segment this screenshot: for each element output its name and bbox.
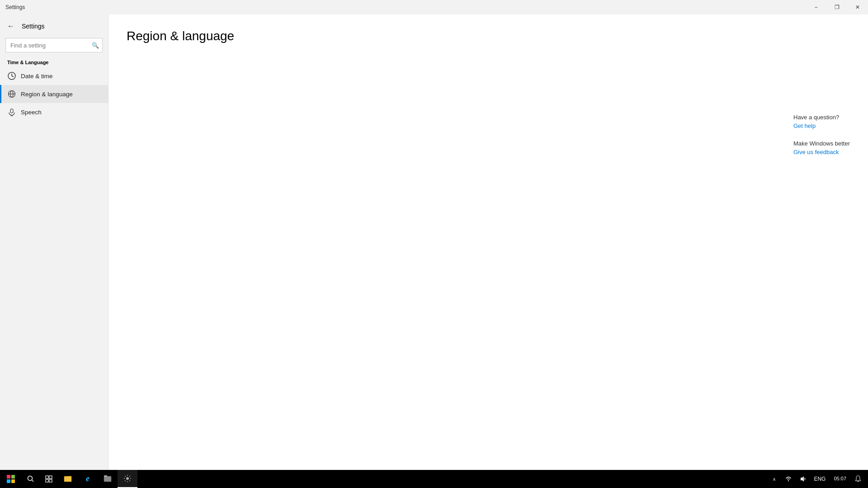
svg-rect-18 [49, 479, 52, 482]
page-title: Region & language [127, 29, 850, 43]
taskbar-app-settings[interactable] [118, 470, 137, 488]
svg-rect-10 [11, 475, 15, 479]
taskbar-app-files[interactable] [98, 470, 118, 488]
taskbar-apps: e [58, 470, 768, 488]
start-button[interactable] [0, 470, 22, 488]
svg-line-2 [12, 76, 14, 77]
make-windows-better-label: Make Windows better [793, 140, 850, 147]
taskbar-chevron-icon[interactable]: ∧ [768, 470, 780, 488]
taskbar-time: 05:07 [834, 475, 846, 482]
help-panel: Have a question? Get help Make Windows b… [793, 114, 850, 166]
svg-rect-9 [7, 475, 10, 479]
window-title: Settings [5, 4, 25, 10]
sidebar: ← Settings 🔍 Time & Language Date & time [0, 14, 108, 488]
sidebar-item-region-language[interactable]: Region & language [0, 85, 108, 103]
sidebar-item-date-time[interactable]: Date & time [0, 67, 108, 85]
svg-rect-11 [7, 479, 10, 483]
svg-point-13 [28, 476, 33, 481]
search-input[interactable] [5, 38, 103, 52]
back-button[interactable]: ← [4, 19, 18, 33]
sidebar-section-label: Time & Language [0, 56, 108, 67]
taskbar-language[interactable]: ENG [811, 476, 828, 482]
taskbar-tray: ∧ ENG 05:07 [768, 470, 868, 488]
taskbar-volume-icon[interactable] [797, 470, 809, 488]
sidebar-item-speech[interactable]: Speech [0, 103, 108, 121]
taskbar-task-view-button[interactable] [40, 470, 58, 488]
svg-rect-6 [10, 109, 13, 113]
svg-rect-17 [46, 479, 48, 482]
taskbar-clock[interactable]: 05:07 [830, 470, 850, 488]
give-feedback-link[interactable]: Give us feedback [793, 149, 850, 155]
search-box: 🔍 [5, 38, 103, 52]
svg-rect-21 [104, 475, 107, 477]
get-help-link[interactable]: Get help [793, 122, 850, 129]
taskbar-search-button[interactable] [22, 470, 40, 488]
taskbar-app-file-explorer[interactable] [58, 470, 78, 488]
main-content: Region & language Have a question? Get h… [108, 14, 868, 488]
close-button[interactable]: ✕ [847, 0, 868, 14]
region-language-icon [7, 89, 16, 99]
date-time-icon [7, 71, 16, 80]
sidebar-item-region-language-label: Region & language [21, 91, 73, 98]
svg-rect-20 [104, 476, 111, 482]
taskbar: e ∧ [0, 470, 868, 488]
sidebar-item-speech-label: Speech [21, 109, 42, 116]
svg-line-14 [32, 480, 34, 482]
settings-window: Settings − ❐ ✕ ← Settings 🔍 Time & Langu… [0, 0, 868, 488]
speech-icon [7, 108, 16, 117]
sidebar-app-title: Settings [22, 23, 45, 30]
taskbar-app-edge[interactable]: e [78, 470, 98, 488]
svg-rect-15 [46, 476, 48, 479]
svg-rect-12 [11, 479, 15, 483]
sidebar-header: ← Settings [0, 14, 108, 38]
svg-point-22 [126, 477, 129, 480]
sidebar-item-date-time-label: Date & time [21, 73, 53, 80]
app-body: ← Settings 🔍 Time & Language Date & time [0, 14, 868, 488]
taskbar-network-icon[interactable] [782, 470, 795, 488]
svg-marker-23 [801, 476, 804, 482]
minimize-button[interactable]: − [806, 0, 826, 14]
svg-rect-16 [49, 476, 52, 479]
taskbar-notification-icon[interactable] [852, 470, 864, 488]
window-controls: − ❐ ✕ [806, 0, 868, 14]
restore-button[interactable]: ❐ [826, 0, 847, 14]
help-question-label: Have a question? [793, 114, 850, 121]
title-bar: Settings − ❐ ✕ [0, 0, 868, 14]
